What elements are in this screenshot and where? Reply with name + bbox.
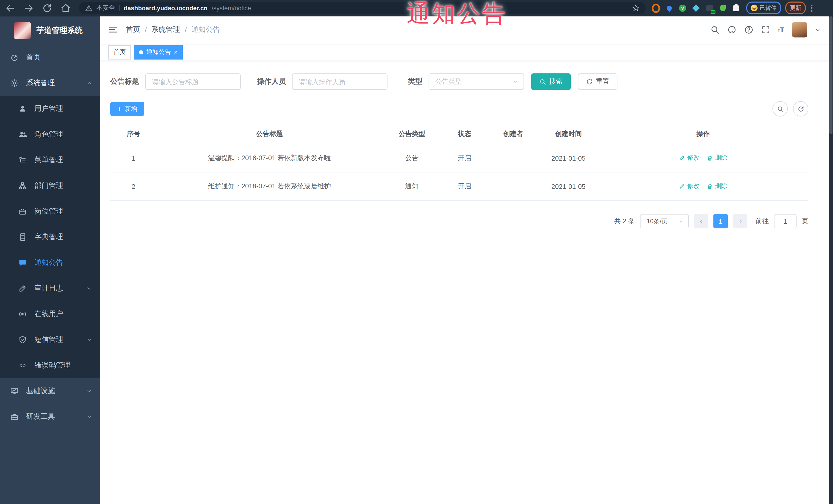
bookmark-star-icon[interactable] (632, 4, 640, 12)
sidebar-item-role-management[interactable]: 角色管理 (0, 122, 100, 147)
cell-creator (487, 144, 539, 172)
sidebar-item-dev-tools[interactable]: 研发工具 (0, 404, 100, 430)
next-page-button[interactable] (733, 214, 747, 229)
reset-button[interactable]: 重置 (578, 73, 617, 90)
add-button-label: 新增 (125, 104, 137, 113)
sidebar-item-menu-management[interactable]: 菜单管理 (0, 147, 100, 173)
trash-icon (707, 155, 713, 161)
url-host: dashboard.yudao.iocoder.cn (124, 4, 208, 11)
extension-blue-pin-icon[interactable] (665, 4, 673, 12)
code-icon (19, 361, 27, 369)
help-icon[interactable] (744, 25, 754, 34)
sidebar-menu: 首页系统管理用户管理角色管理菜单管理部门管理岗位管理字典管理通知公告审计日志在线… (0, 45, 100, 430)
table-column-header: 操作 (598, 124, 808, 144)
extension-blue-gem-icon[interactable] (692, 4, 700, 12)
address-bar[interactable]: 不安全 dashboard.yudao.iocoder.cn /system/n… (79, 2, 646, 14)
sidebar-item-notice-announcement[interactable]: 通知公告 (0, 250, 100, 275)
tab-close-icon[interactable]: × (174, 49, 177, 55)
chevron-down-icon[interactable] (815, 27, 821, 32)
github-icon[interactable] (727, 25, 737, 34)
search-submit-button[interactable]: 搜索 (531, 73, 571, 90)
user-avatar[interactable] (792, 22, 807, 38)
toggle-search-button[interactable] (772, 101, 788, 117)
sidebar-item-post-management[interactable]: 岗位管理 (0, 199, 100, 224)
current-page-button[interactable]: 1 (713, 214, 728, 229)
sidebar-item-user-management[interactable]: 用户管理 (0, 96, 100, 122)
sidebar-item-label: 首页 (26, 53, 41, 62)
tab-notice[interactable]: 通知公告× (134, 45, 183, 59)
extension-dark-icon[interactable]: on (705, 4, 713, 12)
table-column-header: 创建时间 (539, 124, 598, 144)
chevron-down-icon (679, 218, 684, 224)
chevron-down-icon (512, 78, 518, 85)
sidebar-item-system-management[interactable]: 系统管理 (0, 70, 100, 96)
forward-icon[interactable] (24, 3, 34, 13)
sidebar-item-online-users[interactable]: 在线用户 (0, 301, 100, 327)
tab-label: 通知公告 (146, 48, 171, 56)
update-button[interactable]: 更新 (785, 2, 806, 15)
sidebar-item-label: 字典管理 (34, 233, 63, 242)
scrollbar-thumb[interactable] (829, 16, 832, 134)
sidebar-item-dept-management[interactable]: 部门管理 (0, 173, 100, 199)
sidebar-item-home[interactable]: 首页 (0, 45, 100, 70)
add-button[interactable]: + 新增 (110, 102, 144, 116)
extension-green-leaf-icon[interactable] (718, 4, 727, 12)
goto-page-input[interactable] (774, 214, 796, 229)
table-toolbar-right (772, 101, 808, 117)
extension-orange-ring-icon[interactable] (652, 4, 660, 12)
edit-button[interactable]: 修改 (679, 182, 699, 191)
delete-button-label: 删除 (715, 182, 727, 191)
chevron-left-icon (698, 218, 704, 224)
tags-view-bar: 首页通知公告× (100, 44, 829, 61)
table-column-header: 状态 (442, 124, 487, 144)
home-icon[interactable] (61, 3, 71, 13)
window-scrollbar[interactable] (829, 16, 833, 504)
browser-menu-kebab-icon[interactable] (811, 4, 812, 11)
chevron-down-icon (86, 337, 92, 343)
logo-image (14, 22, 31, 39)
hamburger-icon[interactable] (108, 25, 118, 34)
search-icon[interactable] (710, 25, 719, 34)
page-size-select[interactable]: 10条/页 (640, 214, 689, 229)
cell-status: 开启 (442, 172, 487, 200)
prev-page-button[interactable] (694, 214, 708, 229)
tab-active-dot (139, 50, 143, 54)
delete-button[interactable]: 删除 (707, 182, 727, 191)
tab-home[interactable]: 首页 (108, 45, 131, 59)
top-navbar: 首页 / 系统管理 / 通知公告 tT (100, 16, 829, 44)
cell-title: 维护通知：2018-07-01 若依系统凌晨维护 (157, 172, 382, 200)
refresh-table-button[interactable] (793, 101, 808, 117)
notice-title-label: 公告标题 (110, 77, 139, 86)
sidebar-item-error-code-management[interactable]: 错误码管理 (0, 353, 100, 378)
paused-badge[interactable]: 已暂停 (746, 2, 781, 15)
delete-button[interactable]: 删除 (707, 154, 727, 163)
reset-button-label: 重置 (596, 77, 609, 86)
gear-icon (10, 79, 19, 87)
extension-green-circle-icon[interactable]: v (679, 4, 687, 12)
back-icon[interactable] (5, 3, 16, 13)
operator-input[interactable] (292, 73, 387, 90)
users-icon (19, 130, 27, 139)
app-logo[interactable]: 芋道管理系统 (0, 16, 100, 45)
type-select[interactable]: 公告类型 (429, 73, 524, 90)
fullscreen-icon[interactable] (761, 25, 770, 34)
extensions-puzzle-icon[interactable] (732, 4, 740, 12)
sidebar-item-sms-management[interactable]: 短信管理 (0, 327, 100, 353)
sidebar-item-audit-log[interactable]: 审计日志 (0, 275, 100, 301)
sidebar-item-infrastructure[interactable]: 基础设施 (0, 378, 100, 404)
breadcrumb-item-home[interactable]: 首页 (126, 25, 140, 34)
font-size-icon[interactable]: tT (778, 26, 784, 33)
notice-title-input[interactable] (145, 73, 241, 90)
edit-button[interactable]: 修改 (679, 154, 699, 163)
reload-icon[interactable] (42, 3, 52, 13)
user-icon (19, 105, 27, 113)
sidebar-item-dict-management[interactable]: 字典管理 (0, 224, 100, 250)
sidebar-item-label: 在线用户 (34, 310, 63, 319)
sidebar-item-label: 研发工具 (26, 412, 55, 422)
cell-actions: 修改删除 (598, 144, 808, 172)
cell-no: 2 (110, 172, 157, 200)
chevron-down-icon (86, 388, 92, 394)
breadcrumb-item-system[interactable]: 系统管理 (151, 25, 180, 34)
table-row: 1温馨提醒：2018-07-01 若依新版本发布啦公告开启2021-01-05修… (110, 144, 808, 172)
message-icon (19, 259, 27, 267)
